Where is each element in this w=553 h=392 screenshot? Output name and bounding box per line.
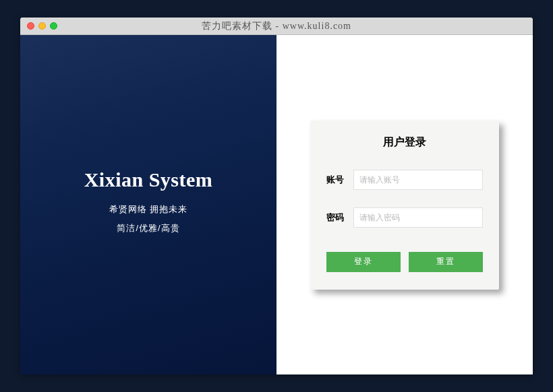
brand-subtitle-1: 希贤网络 拥抱未来 — [109, 203, 188, 216]
password-row: 密码 — [326, 207, 483, 228]
brand-title: Xixian System — [84, 168, 213, 191]
login-card: 用户登录 账号 密码 登录 重置 — [310, 121, 499, 290]
content-area: Xixian System 希贤网络 拥抱未来 简洁/优雅/高贵 用户登录 账号… — [20, 35, 533, 374]
browser-window: 苦力吧素材下载 - www.kuli8.com Xixian System 希贤… — [20, 18, 533, 374]
close-icon[interactable] — [27, 22, 34, 30]
brand-pane: Xixian System 希贤网络 拥抱未来 简洁/优雅/高贵 — [20, 35, 276, 374]
button-row: 登录 重置 — [326, 252, 483, 272]
window-title: 苦力吧素材下载 - www.kuli8.com — [20, 20, 533, 32]
username-row: 账号 — [326, 170, 483, 190]
traffic-lights — [27, 22, 57, 30]
reset-button[interactable]: 重置 — [409, 252, 483, 272]
login-pane: 用户登录 账号 密码 登录 重置 — [276, 35, 533, 374]
maximize-icon[interactable] — [50, 22, 57, 30]
minimize-icon[interactable] — [38, 22, 46, 30]
login-title: 用户登录 — [326, 135, 483, 150]
brand-subtitle-2: 简洁/优雅/高贵 — [117, 222, 179, 234]
titlebar: 苦力吧素材下载 - www.kuli8.com — [20, 18, 533, 35]
password-input[interactable] — [353, 207, 483, 228]
username-label: 账号 — [326, 174, 353, 186]
username-input[interactable] — [353, 170, 483, 190]
login-button[interactable]: 登录 — [326, 252, 401, 272]
password-label: 密码 — [326, 211, 353, 224]
